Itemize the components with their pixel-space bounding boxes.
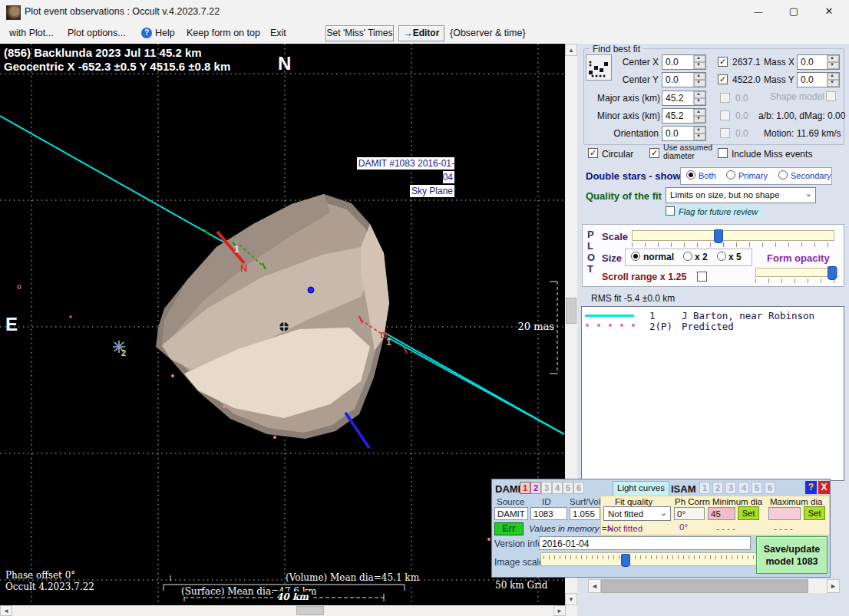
vertical-scroll-thumb[interactable] [566, 298, 576, 324]
damit-tab-5[interactable]: 5 [563, 482, 573, 494]
close-button[interactable]: ✕ [811, 0, 847, 23]
size-normal-label[interactable]: normal [643, 252, 674, 262]
spinner-arrows[interactable] [693, 73, 705, 87]
center-x-spinner[interactable]: 0.0 [662, 54, 706, 70]
form-opacity-thumb[interactable] [828, 266, 837, 280]
center-x-value[interactable]: 0.0 [662, 55, 693, 69]
panel-scroll-thumb[interactable] [601, 579, 808, 593]
orientation-value[interactable]: 0.0 [662, 127, 693, 140]
scroll-range-checkbox[interactable] [697, 272, 707, 282]
editor-button[interactable]: →Editor [398, 25, 444, 41]
double-stars-both-label[interactable]: Both [699, 171, 716, 180]
spinner-arrows[interactable] [693, 127, 705, 140]
ph-corrn-value[interactable]: 0° [674, 507, 705, 520]
circular-checkbox[interactable] [588, 148, 598, 158]
chevron-down-icon: ⌄ [805, 189, 812, 199]
menu-help[interactable]: Help [155, 28, 175, 38]
scale-slider-thumb[interactable] [714, 229, 723, 243]
scroll-down-icon[interactable]: ▼ [565, 593, 577, 605]
set-min-dia-button[interactable]: Set [738, 506, 759, 520]
help-button[interactable]: ? [805, 481, 817, 494]
damit-tab-1[interactable]: 1 [520, 482, 530, 494]
double-stars-primary-radio[interactable] [726, 170, 735, 180]
scroll-left-icon[interactable]: ◄ [0, 605, 12, 616]
scroll-right-icon[interactable]: ► [553, 605, 566, 616]
maximize-button[interactable]: ▢ [776, 0, 811, 23]
size-x5-label[interactable]: x 5 [728, 252, 742, 262]
plot-horizontal-scrollbar[interactable]: ◄ ► [0, 605, 577, 616]
double-stars-secondary-label[interactable]: Secondary [791, 171, 831, 180]
menu-exit[interactable]: Exit [270, 28, 286, 38]
y-fit-checkbox[interactable] [718, 74, 728, 84]
minor-axis-value[interactable]: 45.2 [662, 109, 693, 123]
spinner-arrows[interactable] [693, 91, 705, 105]
set-miss-times-button[interactable]: Set 'Miss' Times [325, 25, 394, 41]
size-x2-label[interactable]: x 2 [695, 252, 708, 262]
spinner-arrows[interactable] [827, 55, 839, 69]
plot-title-line2: Geocentric X -652.3 ±0.5 Y 4515.6 ±0.8 k… [4, 60, 230, 73]
max-dia-value[interactable] [768, 507, 801, 520]
mass-y-value[interactable]: 0.0 [798, 73, 827, 87]
double-stars-primary-label[interactable]: Primary [738, 171, 768, 180]
size-x5-radio[interactable] [717, 252, 726, 261]
major-axis-value[interactable]: 45.2 [662, 91, 693, 105]
scroll-up-icon[interactable]: ▲ [565, 44, 577, 56]
scroll-right-icon[interactable]: ► [827, 579, 840, 593]
center-y-value[interactable]: 0.0 [662, 73, 693, 87]
center-y-spinner[interactable]: 0.0 [662, 72, 706, 87]
damit-tab-2[interactable]: 2 [530, 482, 541, 494]
plot-hscroll-thumb[interactable] [296, 606, 324, 615]
panel-horizontal-scrollbar[interactable]: ◄ ► [588, 579, 840, 593]
menu-plot-options[interactable]: Plot options... [68, 28, 126, 38]
minor-axis-spinner[interactable]: 45.2 [662, 108, 706, 124]
menu-with-plot[interactable]: with Plot... [9, 28, 54, 38]
size-normal-radio[interactable] [631, 252, 640, 261]
mass-x-value[interactable]: 0.0 [798, 55, 827, 69]
double-stars-both-radio[interactable] [686, 170, 695, 180]
err-button[interactable]: Err [494, 522, 524, 535]
spinner-arrows[interactable] [693, 109, 705, 123]
plot-letter-l: L [587, 240, 593, 252]
mass-x-spinner[interactable]: 0.0 [797, 54, 840, 70]
damit-tab-6[interactable]: 6 [573, 482, 584, 494]
minimize-button[interactable]: — [741, 0, 776, 23]
flag-review-checkbox[interactable] [666, 206, 675, 216]
fit-quality-dropdown[interactable]: Not fitted ⌄ [603, 506, 671, 521]
save-update-model-button[interactable]: Save/update model 1083 [756, 536, 828, 574]
isam-tab-1[interactable]: 1 [699, 482, 710, 494]
form-opacity-slider[interactable] [755, 268, 838, 277]
damit-tab-3[interactable]: 3 [541, 482, 552, 494]
scroll-left-icon[interactable]: ◄ [588, 579, 601, 593]
double-stars-secondary-radio[interactable] [778, 170, 788, 180]
image-scale-slider[interactable] [540, 552, 785, 566]
menu-keep-on-top[interactable]: Keep form on top [187, 28, 260, 38]
help-icon[interactable]: ? [141, 28, 152, 38]
isam-tab-6[interactable]: 6 [765, 482, 775, 494]
size-x2-radio[interactable] [683, 252, 692, 261]
id-value[interactable]: 1083 [530, 507, 567, 520]
scale-slider[interactable] [632, 230, 834, 241]
use-assumed-checkbox[interactable] [649, 148, 659, 158]
mass-y-spinner[interactable]: 0.0 [797, 72, 840, 87]
light-curves-button[interactable]: Light curves [613, 481, 669, 496]
x-fit-checkbox[interactable] [718, 57, 728, 67]
close-panel-button[interactable]: X [818, 481, 830, 494]
scatter-fit-icon [586, 55, 611, 80]
isam-tab-2[interactable]: 2 [712, 482, 723, 494]
orientation-spinner[interactable]: 0.0 [662, 126, 706, 141]
spinner-arrows[interactable] [827, 73, 839, 87]
min-dia-value[interactable]: 45 [708, 507, 735, 520]
image-scale-thumb[interactable] [621, 554, 630, 567]
major-axis-spinner[interactable]: 45.2 [662, 91, 706, 106]
set-max-dia-button[interactable]: Set [804, 506, 825, 520]
include-miss-checkbox[interactable] [718, 148, 728, 158]
sky-plane-plot[interactable]: (856) Backlunda 2023 Jul 11 45.2 km Geoc… [0, 44, 565, 605]
spinner-arrows[interactable] [693, 55, 705, 69]
find-best-fit-icon-button[interactable] [586, 54, 612, 81]
isam-tab-5[interactable]: 5 [752, 482, 762, 494]
damit-tab-4[interactable]: 4 [552, 482, 563, 494]
quality-of-fit-dropdown[interactable]: Limits on size, but no shape ⌄ [666, 187, 816, 203]
isam-tab-4[interactable]: 4 [738, 482, 749, 494]
isam-tab-3[interactable]: 3 [725, 482, 736, 494]
version-info-value[interactable]: 2016-01-04 [539, 536, 751, 550]
